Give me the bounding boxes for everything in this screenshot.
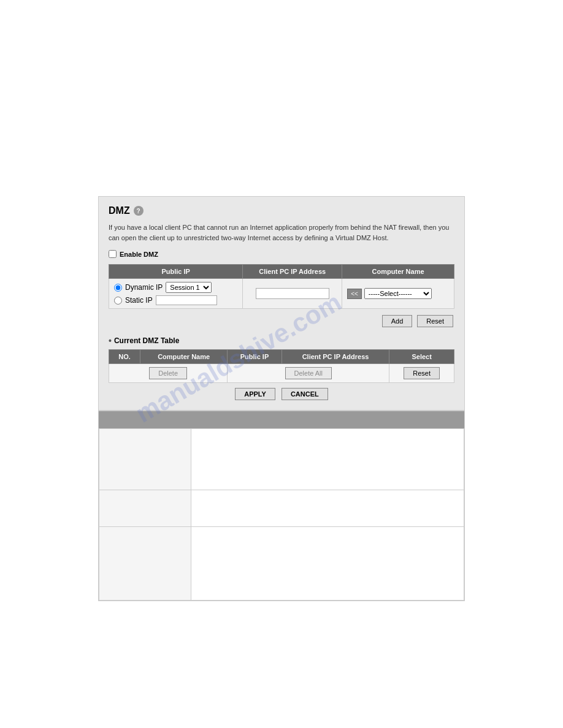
bottom-header (99, 411, 464, 428)
dmz-table-buttons-row: Delete Delete All Reset (109, 364, 454, 383)
dmz-form-table: Public IP Client PC IP Address Computer … (109, 264, 454, 309)
dynamic-ip-radio[interactable] (114, 284, 122, 292)
bottom-section (98, 411, 465, 601)
computer-name-inner: << -----Select------ (347, 288, 449, 299)
cancel-button[interactable]: CANCEL (282, 388, 328, 400)
static-ip-input[interactable] (156, 295, 217, 305)
col-public-ip: Public IP (109, 265, 243, 279)
delete-button[interactable]: Delete (149, 367, 187, 379)
static-ip-radio[interactable] (114, 297, 122, 305)
enable-dmz-row: Enable DMZ (109, 250, 454, 258)
reset-button[interactable]: Reset (417, 315, 453, 327)
dmz-section-wrapper: DMZ ? If you have a local client PC that… (98, 196, 465, 411)
delete-all-cell: Delete All (228, 364, 389, 383)
th-client-pc-ip: Client PC IP Address (282, 350, 389, 364)
arrow-button[interactable]: << (347, 289, 362, 299)
client-pc-ip-cell (243, 279, 342, 309)
bottom-right-2 (191, 490, 464, 527)
enable-dmz-checkbox[interactable] (109, 250, 117, 258)
bottom-left-2 (99, 490, 191, 527)
top-space (0, 0, 563, 196)
computer-select[interactable]: -----Select------ (364, 288, 432, 299)
col-computer-name: Computer Name (342, 265, 454, 279)
th-public-ip: Public IP (228, 350, 282, 364)
add-reset-buttons: Add Reset (109, 315, 454, 327)
ip-type-group: Dynamic IP Session 1 Static IP (114, 282, 237, 305)
dynamic-ip-row: Dynamic IP Session 1 (114, 282, 237, 293)
dmz-panel: DMZ ? If you have a local client PC that… (98, 196, 465, 411)
delete-all-button[interactable]: Delete All (285, 367, 332, 379)
bottom-right-3 (191, 527, 464, 601)
table-reset-cell: Reset (389, 364, 454, 383)
bottom-left-3 (99, 527, 191, 601)
current-dmz-title: Current DMZ Table (114, 336, 179, 345)
dmz-title-text: DMZ (109, 205, 130, 216)
enable-dmz-label: Enable DMZ (120, 251, 158, 258)
current-dmz-label: • Current DMZ Table (109, 336, 454, 346)
static-ip-label: Static IP (125, 296, 153, 305)
table-reset-button[interactable]: Reset (404, 367, 440, 379)
session-select[interactable]: Session 1 (166, 282, 212, 293)
bottom-table (99, 428, 464, 601)
apply-button[interactable]: APPLY (235, 388, 275, 400)
col-client-pc-ip: Client PC IP Address (243, 265, 342, 279)
current-dmz-table: NO. Computer Name Public IP Client PC IP… (109, 349, 454, 383)
bullet-icon: • (109, 336, 112, 346)
add-button[interactable]: Add (382, 315, 413, 327)
dmz-description: If you have a local client PC that canno… (109, 222, 454, 243)
dynamic-ip-label: Dynamic IP (125, 283, 163, 292)
bottom-left-1 (99, 429, 191, 490)
help-icon[interactable]: ? (134, 206, 144, 216)
public-ip-cell: Dynamic IP Session 1 Static IP (109, 279, 243, 309)
client-pc-ip-input[interactable] (256, 288, 329, 299)
th-computer-name: Computer Name (140, 350, 228, 364)
th-no: NO. (109, 350, 140, 364)
bottom-right-1 (191, 429, 464, 490)
delete-cell: Delete (109, 364, 228, 383)
computer-name-cell: << -----Select------ (342, 279, 454, 309)
dmz-title: DMZ ? (109, 205, 454, 216)
static-ip-row: Static IP (114, 295, 237, 305)
apply-cancel-row: APPLY CANCEL (109, 388, 454, 400)
th-select: Select (389, 350, 454, 364)
